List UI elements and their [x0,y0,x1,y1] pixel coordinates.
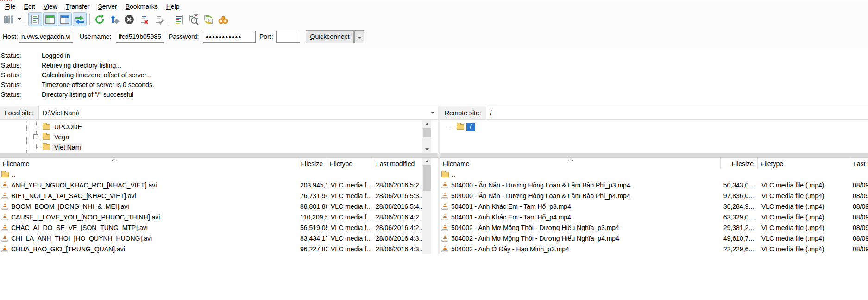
tree-row[interactable]: / [440,122,868,132]
file-row[interactable]: .. [0,169,438,180]
host-input[interactable] [19,31,73,43]
file-name: .. [452,171,455,178]
menu-bar: FileEditViewTransferServerBookmarksHelp [0,1,868,12]
scroll-up-icon[interactable] [422,158,431,165]
file-type: VLC media file (.mp4) [758,181,850,189]
quickconnect-button[interactable]: Quickconnect [306,30,354,43]
toggle-local-tree-button[interactable] [43,12,57,26]
tree-label[interactable]: / [466,123,475,131]
tree-list-splitter[interactable] [440,153,868,158]
local-list-scrollbar[interactable] [422,158,431,254]
menu-item[interactable]: Server [94,2,121,11]
status-log-line: Status: Retrieving directory listing... [0,61,868,70]
scrollbar-thumb[interactable] [423,165,431,191]
process-queue-icon [109,14,120,25]
file-row[interactable]: CHAC_AI_DO_SE_VE_[SON_TUNG_MTP].avi 56,5… [0,222,438,233]
local-directory-tree[interactable]: UPCODE Vega Viet Nam [0,120,438,153]
tree-label[interactable]: Viet Nam [52,143,82,151]
quickconnect-dropdown[interactable] [354,30,364,43]
local-tree-scrollbar[interactable] [422,120,431,153]
column-header-filetype[interactable]: Filetype [327,158,373,169]
file-row[interactable]: CHI_LA_ANH_THOI_[HO_QUYNH_HUONG].avi 83,… [0,233,438,244]
file-name: BIET_NOI_LA_TAI_SAO_[KHAC_VIET].avi [11,192,136,200]
column-header-last-modified[interactable]: Last modified [850,158,868,169]
tree-row[interactable]: Viet Nam [0,142,438,152]
username-label: Username: [80,31,111,43]
vlc-icon [441,245,448,252]
expand-plus-icon[interactable] [33,134,38,139]
toggle-remote-tree-button[interactable] [58,12,72,26]
disconnect-button[interactable] [137,12,151,26]
column-header-filename[interactable]: Filename [440,158,721,169]
password-input[interactable] [203,31,256,43]
menu-item[interactable]: Bookmarks [121,2,162,11]
remote-directory-tree[interactable]: / [440,120,868,153]
file-name: 504001 - Anh Khác Em - Tam Hổ_p4.mp4 [451,213,571,221]
file-row[interactable]: 504000 - Ăn Năn - Dương Hồng Loan & Lâm … [440,190,868,201]
local-site-combobox[interactable]: D:\Viet Nam\ [39,106,438,119]
folder-icon [1,172,9,177]
status-log-line: Status: Calculating timezone offset of s… [0,70,868,80]
menu-item[interactable]: File [1,2,20,11]
toggle-transfer-queue-button[interactable] [73,12,87,26]
tree-list-splitter[interactable] [0,153,438,158]
host-label: Host: [3,31,18,43]
file-name: .. [12,171,15,178]
menu-item[interactable]: Transfer [62,2,94,11]
file-row[interactable]: BIET_NOI_LA_TAI_SAO_[KHAC_VIET].avi 76,7… [0,190,438,201]
username-input[interactable] [116,31,164,43]
refresh-icon [94,14,105,25]
vlc-icon [441,192,448,199]
file-name: 504001 - Anh Khác Em - Tam Hổ_p3.mp4 [451,203,571,210]
column-header-filesize[interactable]: Filesize [300,158,327,169]
file-row[interactable]: ANH_YEU_NGUOI_KHAC_ROI_[KHAC_VIET].avi 2… [0,180,438,190]
cancel-button[interactable] [122,12,136,26]
file-size: 36,284,9... [721,203,758,210]
vlc-icon [1,213,8,220]
synchronized-browsing-button[interactable] [201,12,215,26]
file-size: 50,343,0... [721,181,758,189]
file-row[interactable]: BOOM_BOOM_[DONG_NHI_&_MEI].avi 88,801,86… [0,201,438,212]
tree-row[interactable]: UPCODE [0,122,438,132]
reconnect-button[interactable] [152,12,166,26]
column-header-filesize[interactable]: Filesize [721,158,758,169]
toggle-message-log-button[interactable] [28,12,42,26]
remote-site-combobox[interactable]: / [486,106,868,119]
file-name: 504000 - Ăn Năn - Dương Hồng Loan & Lâm … [451,192,630,200]
file-row[interactable]: CHUA_BAO_GIO_[TRUNG_QUAN].avi 96,227,822… [0,244,438,254]
port-input[interactable] [276,31,300,43]
file-row[interactable]: 504001 - Anh Khác Em - Tam Hổ_p3.mp4 36,… [440,201,868,212]
scroll-down-icon[interactable] [422,146,431,153]
site-manager-button[interactable] [2,12,16,26]
chevron-down-icon[interactable] [431,112,434,114]
menu-item[interactable]: Edit [20,2,39,11]
column-header-filetype[interactable]: Filetype [758,158,850,169]
directory-listing-filters-button[interactable] [172,12,186,26]
file-row[interactable]: 504000 - Ăn Năn - Dương Hồng Loan & Lâm … [440,180,868,190]
column-header-filename[interactable]: Filename [0,158,300,169]
tree-label[interactable]: Vega [52,133,71,141]
file-row[interactable]: 504002 - Anh Mơ Mộng Thôi - Dương Hiếu N… [440,222,868,233]
directory-comparison-button[interactable] [187,12,201,26]
remote-site-label: Remote site: [440,106,486,119]
compare-search-icon [188,14,199,25]
file-row[interactable]: 504002 - Anh Mơ Mộng Thôi - Dương Hiếu N… [440,233,868,244]
sort-ascending-icon [568,158,574,161]
tree-row[interactable]: Vega [0,132,438,142]
menu-item[interactable]: View [39,2,62,11]
file-row[interactable]: 504001 - Anh Khác Em - Tam Hổ_p4.mp4 63,… [440,212,868,222]
menu-item[interactable]: Help [162,2,184,11]
site-manager-dropdown[interactable] [16,13,23,26]
file-row[interactable]: CAUSE_I_LOVE_YOU_[NOO_PHUOC_THINH].avi 1… [0,212,438,222]
file-name: BOOM_BOOM_[DONG_NHI_&_MEI].avi [11,203,129,210]
refresh-button[interactable] [93,12,107,26]
find-files-button[interactable] [216,12,230,26]
scroll-up-icon[interactable] [422,120,431,127]
process-queue-button[interactable] [107,12,121,26]
tree-label[interactable]: UPCODE [52,123,84,131]
file-row[interactable]: .. [440,169,868,180]
file-row[interactable]: 504003 - Anh Ở Đây - Hạo Minh_p3.mp4 22,… [440,244,868,254]
file-modified: 08/09 [850,235,868,242]
scrollbar-thumb[interactable] [423,128,431,138]
file-modified: 08/09 [850,192,868,200]
